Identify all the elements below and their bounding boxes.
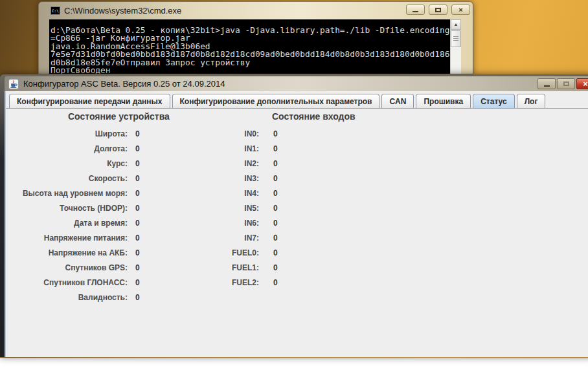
field-value: 0 (273, 219, 278, 228)
input-state-row: FUEL2: 0 (162, 275, 278, 290)
field-label: IN4: (162, 189, 259, 198)
device-state-row: Спутников ГЛОНАСС: 0 (19, 275, 140, 290)
device-state-row: Дата и время: 0 (19, 215, 140, 230)
field-value: 0 (135, 248, 140, 257)
field-label: Валидность: (19, 293, 128, 302)
maximize-icon (435, 8, 441, 12)
field-label: IN6: (162, 219, 259, 228)
console-output[interactable]: d:\Работа\Beta 0.25 - копия\32bit>java -… (49, 19, 450, 74)
device-state-row: Широта: 0 (19, 126, 140, 141)
field-value: 0 (273, 278, 278, 287)
input-state-row: IN5: 0 (162, 200, 278, 215)
tab[interactable]: Статус (473, 94, 514, 108)
tab[interactable]: Лог (517, 94, 546, 108)
device-state-row: Долгота: 0 (19, 141, 140, 156)
scrollbar-thumb[interactable] (451, 30, 461, 47)
cmd-window-controls: × (406, 5, 470, 15)
configurator-window: Конфигуратор ASC Beta. Версия 0.25 от 24… (0, 74, 588, 357)
status-panel: Состояние устройства Состояние входов Ши… (6, 109, 588, 357)
inputs-state-header: Состояние входов (272, 111, 356, 122)
field-label: Курс: (19, 159, 128, 168)
input-state-row: IN2: 0 (162, 156, 278, 171)
field-value: 0 (273, 174, 278, 183)
device-state-row: Спутников GPS: 0 (19, 260, 140, 275)
configurator-content: Конфигурирование передачи данных Конфигу… (5, 91, 588, 357)
device-state-row: Напряжение на АКБ: 0 (19, 245, 140, 260)
input-state-row: FUEL0: 0 (162, 245, 278, 260)
field-value: 0 (135, 278, 140, 287)
field-label: IN7: (162, 233, 259, 243)
field-value: 0 (273, 189, 278, 198)
minimize-button[interactable] (406, 5, 425, 15)
field-value: 0 (135, 204, 140, 213)
field-value: 0 (135, 233, 140, 243)
maximize-button[interactable] (557, 78, 575, 89)
tab[interactable]: CAN (381, 94, 414, 108)
configurator-titlebar[interactable]: Конфигуратор ASC Beta. Версия 0.25 от 24… (5, 76, 588, 91)
field-label: FUEL1: (162, 263, 259, 272)
field-label: IN2: (162, 159, 259, 168)
field-label: IN3: (162, 174, 259, 183)
minimize-icon (544, 85, 550, 87)
device-state-row: Скорость: 0 (19, 171, 140, 186)
java-icon (8, 79, 19, 89)
field-value: 0 (273, 129, 278, 138)
field-value: 0 (135, 293, 140, 302)
close-icon: × (458, 6, 462, 14)
configurator-window-title: Конфигуратор ASC Beta. Версия 0.25 от 24… (23, 79, 225, 89)
close-button[interactable]: × (576, 78, 588, 89)
scroll-up-icon[interactable]: ▲ (451, 19, 461, 30)
field-label: IN0: (162, 129, 259, 138)
field-label: Спутников ГЛОНАСС: (19, 278, 128, 287)
maximize-button[interactable] (429, 5, 447, 15)
minimize-icon (413, 11, 418, 12)
input-state-row: IN4: 0 (162, 186, 278, 200)
tab-bar: Конфигурирование передачи данных Конфигу… (6, 91, 588, 109)
field-label: Спутников GPS: (19, 263, 128, 272)
field-value: 0 (273, 159, 278, 168)
input-state-row: IN7: 0 (162, 230, 278, 245)
device-state-row: Напряжение питания: 0 (19, 230, 140, 245)
device-state-row: Валидность: 0 (19, 290, 140, 305)
field-label: Напряжение на АКБ: (19, 248, 128, 257)
cmd-window: C:\ C:\Windows\system32\cmd.exe × d:\Раб… (38, 1, 473, 74)
field-value: 0 (135, 159, 140, 168)
field-label: Напряжение питания: (19, 233, 128, 243)
field-label: Дата и время: (19, 219, 128, 228)
field-value: 0 (273, 144, 278, 153)
maximize-icon (563, 81, 569, 86)
device-state-row: Курс: 0 (19, 156, 140, 171)
field-value: 0 (135, 129, 140, 138)
field-value: 0 (135, 219, 140, 228)
input-state-row: IN0: 0 (162, 126, 278, 141)
console-line: d0b8d18e85fe7eОтправил Запрос устройству (51, 59, 449, 67)
field-label: FUEL0: (162, 248, 259, 257)
cmd-prompt-icon: C:\ (51, 6, 60, 15)
input-state-row: IN1: 0 (162, 141, 278, 156)
cmd-body: d:\Работа\Beta 0.25 - копия\32bit>java -… (49, 19, 461, 74)
tab[interactable]: Конфигурирование дополнительных параметр… (172, 94, 380, 108)
field-label: Долгота: (19, 144, 128, 153)
device-state-row: Высота над уровнем моря: 0 (19, 186, 140, 200)
field-value: 0 (273, 204, 278, 213)
device-state-header: Состояние устройства (68, 111, 170, 122)
cmd-titlebar[interactable]: C:\ C:\Windows\system32\cmd.exe × (39, 2, 473, 19)
field-label: IN5: (162, 204, 259, 213)
field-value: 0 (273, 233, 278, 243)
input-state-row: IN6: 0 (162, 215, 278, 230)
field-value: 0 (273, 263, 278, 272)
field-value: 0 (135, 174, 140, 183)
field-label: FUEL2: (162, 278, 259, 287)
close-icon: × (583, 80, 588, 88)
tab[interactable]: Конфигурирование передачи данных (9, 94, 170, 108)
field-label: Скорость: (19, 174, 128, 183)
field-label: Широта: (19, 129, 128, 138)
input-state-row: IN3: 0 (162, 171, 278, 186)
field-label: Высота над уровнем моря: (19, 189, 128, 198)
console-scrollbar[interactable]: ▲ (450, 19, 461, 74)
input-state-row: FUEL1: 0 (162, 260, 278, 275)
inputs-state-list: IN0: 0 IN1: 0 IN2: 0 IN3: (162, 126, 278, 290)
minimize-button[interactable] (537, 78, 556, 89)
tab[interactable]: Прошивка (416, 94, 471, 108)
close-button[interactable]: × (451, 5, 470, 15)
